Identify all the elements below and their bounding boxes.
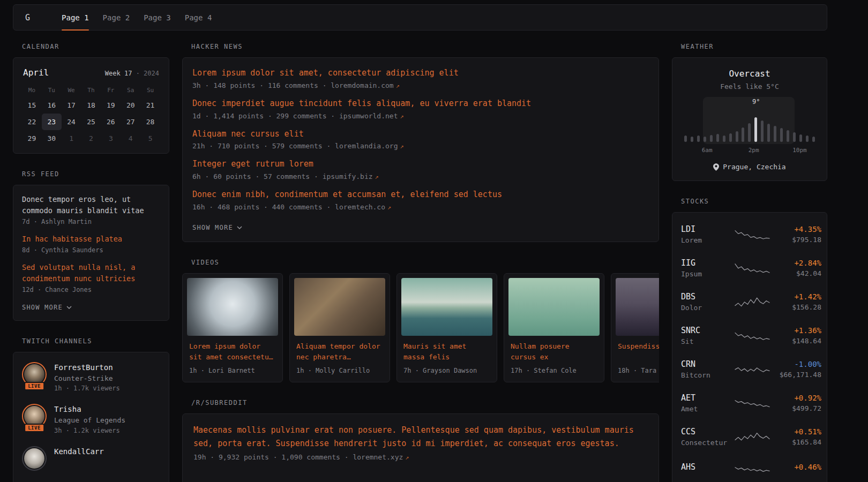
hn-item-title[interactable]: Lorem ipsum dolor sit amet, consectetur …: [192, 67, 649, 79]
video-thumbnail: [187, 278, 278, 336]
hn-item: Lorem ipsum dolor sit amet, consectetur …: [192, 67, 649, 89]
stock-row[interactable]: LDILorem+4.35%$795.18: [681, 217, 818, 251]
hn-item-title[interactable]: Donec enim nibh, condimentum et accumsan…: [192, 189, 649, 201]
stock-symbol: DBS: [681, 292, 735, 302]
weather-bar: [812, 137, 815, 142]
stock-row[interactable]: CRNBitcorn-1.00%$66,171.48: [681, 352, 818, 386]
calendar-day[interactable]: 19: [101, 97, 121, 114]
video-title[interactable]: Nullam posuere cursus ex: [511, 341, 597, 363]
rss-item-title[interactable]: In hac habitasse platea: [22, 234, 160, 245]
channel-name[interactable]: KendallCarr: [54, 446, 104, 457]
video-card[interactable]: Aliquam tempor dolor nec pharetra…1h · M…: [289, 273, 390, 382]
video-title[interactable]: Mauris sit amet massa felis: [403, 341, 490, 363]
weekday-label: Th: [81, 83, 101, 97]
tab-page-3[interactable]: Page 3: [137, 5, 178, 30]
calendar-day[interactable]: 29: [22, 130, 42, 147]
video-card[interactable]: Nullam posuere cursus ex17h · Stefan Col…: [504, 273, 604, 382]
stock-price: $795.18: [770, 236, 821, 244]
channel-info: ForrestBurtonCounter-Strike1h · 1.7k vie…: [54, 362, 120, 394]
hn-item-title[interactable]: Donec imperdiet augue tincidunt felis al…: [192, 98, 649, 110]
stock-id: AETAmet: [681, 393, 735, 413]
weekday-label: Tu: [42, 83, 62, 97]
calendar-day[interactable]: 24: [62, 114, 81, 130]
twitch-widget: LIVEForrestBurtonCounter-Strike1h · 1.7k…: [13, 352, 169, 482]
twitch-channel[interactable]: LIVEForrestBurtonCounter-Strike1h · 1.7k…: [22, 362, 160, 394]
hn-item-title[interactable]: Aliquam nec cursus elit: [192, 129, 649, 140]
calendar-day[interactable]: 22: [22, 114, 42, 130]
stock-row[interactable]: IIGIpsum+2.84%$42.04: [681, 251, 818, 285]
middle-column: HACKER NEWS Lorem ipsum dolor sit amet, …: [182, 43, 659, 482]
tab-page-4[interactable]: Page 4: [178, 5, 219, 30]
stock-row[interactable]: AHS+0.46%: [681, 454, 818, 482]
weather-feels-like: Feels like 5°C: [681, 82, 818, 91]
app-logo[interactable]: G: [13, 5, 42, 30]
stock-row[interactable]: SNRCSit+1.36%$148.64: [681, 319, 818, 352]
stock-row[interactable]: DBSDolor+1.42%$156.28: [681, 285, 818, 319]
subreddit-post-title[interactable]: Maecenas mollis pulvinar erat non posuer…: [193, 424, 648, 450]
rss-show-more-button[interactable]: SHOW MORE: [22, 304, 72, 311]
stock-name: Bitcorn: [681, 371, 735, 379]
weekday-label: Fr: [101, 83, 121, 97]
channel-game: Counter-Strike: [54, 373, 120, 384]
external-link-icon: ↗: [400, 112, 404, 120]
calendar-day[interactable]: 26: [101, 114, 121, 130]
calendar-day[interactable]: 16: [42, 97, 62, 114]
hackernews-show-more-button[interactable]: SHOW MORE: [192, 224, 242, 231]
channel-name[interactable]: Trisha: [54, 404, 125, 415]
video-card[interactable]: Mauris sit amet massa felis7h · Grayson …: [396, 273, 497, 382]
rss-item: Donec tempor eros leo, ut commodo mauris…: [22, 194, 160, 225]
weather-bar: [806, 135, 809, 142]
calendar-day[interactable]: 21: [140, 97, 160, 114]
rss-item-meta: 12d · Chance Jones: [22, 286, 160, 293]
calendar-day[interactable]: 1: [62, 130, 81, 147]
tab-page-2[interactable]: Page 2: [96, 5, 137, 30]
external-link-icon: ↗: [396, 82, 400, 89]
calendar-week-year: Week 17 · 2024: [105, 70, 159, 77]
stock-row[interactable]: AETAmet+0.92%$499.72: [681, 386, 818, 420]
stock-name: Lorem: [681, 236, 735, 244]
videos-section: VIDEOS Lorem ipsum dolor sit amet consec…: [182, 259, 659, 382]
calendar-day[interactable]: 28: [140, 114, 160, 130]
stock-sparkline: [735, 461, 770, 476]
weather-bar: [780, 128, 783, 142]
video-card[interactable]: Lorem ipsum dolor sit amet consectetu…1h…: [182, 273, 283, 382]
stock-symbol: LDI: [681, 224, 735, 234]
stock-price: $156.28: [770, 303, 821, 311]
stock-row[interactable]: CCSConsectetur+0.51%$165.84: [681, 420, 818, 454]
stocks-section: STOCKS LDILorem+4.35%$795.18IIGIpsum+2.8…: [672, 198, 827, 482]
twitch-channel[interactable]: LIVETrishaLeague of Legends3h · 1.2k vie…: [22, 404, 160, 436]
channel-avatar: LIVE: [22, 362, 47, 387]
rss-item: In hac habitasse platea8d · Cynthia Saun…: [22, 234, 160, 254]
video-title[interactable]: Aliquam tempor dolor nec pharetra…: [296, 341, 383, 363]
calendar-day[interactable]: 17: [62, 97, 81, 114]
calendar-day[interactable]: 20: [121, 97, 140, 114]
hackernews-widget: Lorem ipsum dolor sit amet, consectetur …: [182, 57, 659, 242]
rss-item-title[interactable]: Sed volutpat nulla nisl, a condimentum n…: [22, 262, 160, 284]
calendar-day[interactable]: 15: [22, 97, 42, 114]
chevron-down-icon: [237, 226, 242, 229]
video-card[interactable]: Suspendisse diam18h · Tara: [611, 273, 659, 382]
section-title-rss: RSS FEED: [22, 170, 169, 178]
calendar-day[interactable]: 5: [140, 130, 160, 147]
calendar-day[interactable]: 2: [81, 130, 101, 147]
stock-price: $66,171.48: [770, 371, 821, 379]
video-title[interactable]: Lorem ipsum dolor sit amet consectetu…: [189, 341, 276, 363]
video-title[interactable]: Suspendisse diam: [618, 341, 659, 363]
weather-bar: [716, 134, 719, 142]
calendar-day[interactable]: 4: [121, 130, 140, 147]
stock-name: Dolor: [681, 304, 735, 312]
calendar-day[interactable]: 27: [121, 114, 140, 130]
hn-item-title[interactable]: Integer eget rutrum lorem: [192, 159, 649, 170]
channel-name[interactable]: ForrestBurton: [54, 362, 120, 373]
twitch-channel[interactable]: KendallCarr: [22, 446, 160, 471]
calendar-day-selected[interactable]: 23: [42, 114, 62, 130]
rss-item-title[interactable]: Donec tempor eros leo, ut commodo mauris…: [22, 194, 160, 216]
calendar-day[interactable]: 30: [42, 130, 62, 147]
stock-sparkline: [735, 261, 770, 276]
calendar-day[interactable]: 18: [81, 97, 101, 114]
calendar-day[interactable]: 25: [81, 114, 101, 130]
weather-condition: Overcast: [681, 69, 818, 79]
tab-page-1[interactable]: Page 1: [55, 5, 96, 30]
calendar-day[interactable]: 3: [101, 130, 121, 147]
stock-values: +0.51%$165.84: [770, 427, 821, 446]
